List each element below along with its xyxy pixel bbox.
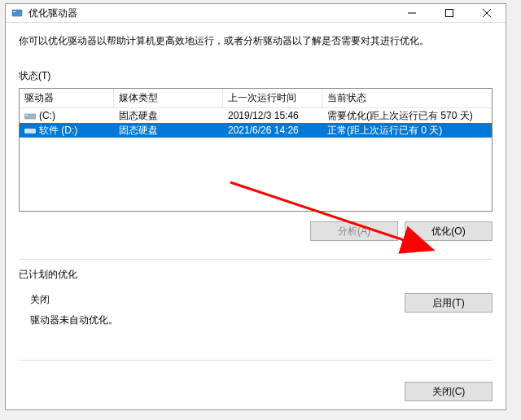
description-text: 你可以优化驱动器以帮助计算机更高效地运行，或者分析驱动器以了解是否需要对其进行优… xyxy=(19,34,493,48)
analyze-button: 分析(A) xyxy=(310,221,398,241)
svg-rect-10 xyxy=(25,129,28,130)
table-row[interactable]: (C:) 固态硬盘 2019/12/3 15:46 需要优化(距上次运行已有 5… xyxy=(20,108,492,123)
bottom-buttons: 关闭(C) xyxy=(19,369,493,401)
drive-icon xyxy=(24,126,36,134)
window: 优化驱动器 你可以优化驱动器以帮助计算机更高效地运行，或者分析驱动器以了解是否需… xyxy=(5,3,506,410)
column-drive[interactable]: 驱动器 xyxy=(20,89,114,107)
titlebar: 优化驱动器 xyxy=(6,4,506,23)
app-icon xyxy=(11,7,24,20)
status-label: 状态(T) xyxy=(19,69,493,83)
drive-icon xyxy=(24,112,36,120)
scheduled-body: 关闭 驱动器未自动优化。 启用(T) xyxy=(19,293,493,327)
table-row[interactable]: 软件 (D:) 固态硬盘 2021/6/26 14:26 正常(距上次运行已有 … xyxy=(20,123,492,138)
svg-rect-9 xyxy=(24,129,36,133)
drive-media: 固态硬盘 xyxy=(114,123,223,138)
scheduled-title: 已计划的优化 xyxy=(19,268,493,282)
close-button[interactable]: 关闭(C) xyxy=(405,382,493,401)
svg-rect-4 xyxy=(446,10,453,17)
svg-rect-1 xyxy=(13,11,15,12)
enable-button[interactable]: 启用(T) xyxy=(405,293,493,313)
optimize-button[interactable]: 优化(O) xyxy=(405,221,493,241)
table-header[interactable]: 驱动器 媒体类型 上一次运行时间 当前状态 xyxy=(20,89,492,108)
svg-rect-7 xyxy=(24,114,36,119)
close-window-button[interactable] xyxy=(468,4,506,22)
svg-point-2 xyxy=(20,13,21,15)
drive-status: 需要优化(距上次运行已有 570 天) xyxy=(322,108,492,123)
drive-name: (C:) xyxy=(39,110,55,121)
drive-lastrun: 2021/6/26 14:26 xyxy=(223,123,322,138)
separator xyxy=(19,259,493,260)
drive-name: 软件 (D:) xyxy=(39,124,77,138)
svg-rect-8 xyxy=(25,115,28,116)
scheduled-off: 关闭 xyxy=(30,293,405,307)
drive-status: 正常(距上次运行已有 0 天) xyxy=(322,123,492,138)
minimize-button[interactable] xyxy=(393,4,431,22)
column-media[interactable]: 媒体类型 xyxy=(114,89,223,107)
drive-lastrun: 2019/12/3 15:46 xyxy=(223,108,322,123)
drive-table: 驱动器 媒体类型 上一次运行时间 当前状态 (C:) 固态硬盘 2019/12/… xyxy=(19,88,493,212)
svg-rect-0 xyxy=(12,10,22,16)
titlebar-controls xyxy=(393,4,506,22)
action-buttons: 分析(A) 优化(O) xyxy=(19,221,493,241)
column-lastrun[interactable]: 上一次运行时间 xyxy=(223,89,322,107)
maximize-button[interactable] xyxy=(431,4,468,22)
separator xyxy=(19,360,493,361)
scheduled-note: 驱动器未自动优化。 xyxy=(30,313,405,327)
content-area: 你可以优化驱动器以帮助计算机更高效地运行，或者分析驱动器以了解是否需要对其进行优… xyxy=(6,23,506,409)
column-status[interactable]: 当前状态 xyxy=(322,89,492,107)
drive-media: 固态硬盘 xyxy=(114,108,223,123)
window-title: 优化驱动器 xyxy=(28,7,393,20)
